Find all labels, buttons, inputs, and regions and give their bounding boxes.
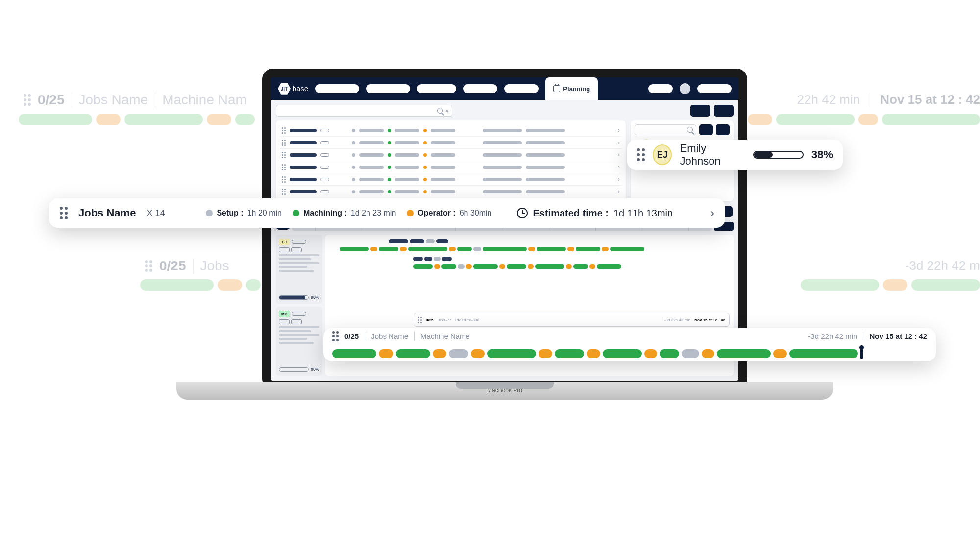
nav-item[interactable] [648, 84, 673, 93]
status-dot-icon [293, 210, 299, 216]
nav-item[interactable] [504, 84, 539, 93]
time-remaining: -3d 22h 42 min [808, 332, 857, 340]
drag-handle-icon[interactable] [637, 148, 645, 161]
drag-handle-icon[interactable] [332, 331, 339, 341]
separator [72, 92, 72, 108]
logo[interactable]: JIT base [278, 82, 308, 95]
tab-planning[interactable]: Planning [545, 77, 598, 100]
operator-card[interactable]: EJ 90% [276, 235, 322, 304]
job-row[interactable]: › [280, 149, 622, 161]
search-icon [687, 127, 693, 133]
chevron-right-icon[interactable]: › [618, 139, 620, 146]
separator [414, 332, 415, 340]
time-remaining: 22h 42 min [797, 92, 860, 107]
calendar-icon [553, 85, 560, 92]
laptop-mockup: JIT base Planning ✕ [245, 69, 764, 421]
drag-handle-icon [145, 260, 152, 272]
job-row[interactable]: › [280, 137, 622, 149]
job-id: BioX-77 [438, 318, 451, 322]
date-label: Nov 15 at 12 : 42 [880, 92, 980, 107]
macbook-label: MacBook Pro [487, 387, 522, 394]
drag-handle-icon[interactable] [282, 127, 286, 134]
jobs-list: › › [276, 120, 626, 201]
job-row[interactable]: › [280, 161, 622, 173]
chevron-right-icon[interactable]: › [710, 206, 714, 220]
action-button[interactable] [714, 105, 734, 117]
job-row[interactable]: › [280, 186, 622, 197]
nav-item[interactable] [463, 84, 497, 93]
drag-handle-icon[interactable] [282, 140, 286, 146]
nav-item[interactable] [315, 84, 359, 93]
drag-handle-icon[interactable] [282, 189, 286, 195]
count: 0/25 [426, 318, 434, 322]
machine-label: Machine Nam [162, 92, 247, 108]
bg-row-1-right: 22h 42 min Nov 15 at 12 : 42 [797, 92, 980, 107]
playhead-icon[interactable] [860, 348, 863, 359]
clear-icon[interactable]: ✕ [445, 108, 449, 114]
job-row[interactable]: › [280, 173, 622, 186]
logo-icon: JIT [278, 82, 291, 95]
app-header: JIT base Planning [271, 77, 738, 100]
operator-avatar: EJ [653, 144, 672, 165]
separator [863, 332, 863, 340]
time-remaining: -3d 22h 42 m [905, 258, 980, 273]
separator [193, 258, 194, 274]
jobs-label: Jobs [200, 258, 229, 274]
laptop-base: MacBook Pro [176, 382, 833, 400]
chevron-right-icon[interactable]: › [618, 164, 620, 170]
separator [365, 332, 365, 340]
clock-icon [517, 208, 528, 218]
drag-handle-icon[interactable] [282, 164, 286, 170]
chevron-right-icon[interactable]: › [618, 188, 620, 195]
date-label: Nov 15 at 12 : 42 [869, 332, 927, 340]
drag-handle-icon[interactable] [60, 207, 68, 219]
operator-name: Emily Johnson [680, 142, 745, 168]
separator [870, 94, 870, 106]
nav-item[interactable] [366, 84, 410, 93]
operator-search[interactable] [635, 124, 696, 135]
date-label: Nov 15 at 12 : 42 [694, 318, 725, 322]
nav-item[interactable] [697, 84, 732, 93]
drag-handle-icon[interactable] [418, 317, 422, 323]
job-count: 0/25 [38, 92, 65, 108]
job-detail-callout: Jobs Name X 14 Setup : 1h 20 min Machini… [49, 198, 725, 228]
job-name: Jobs Name [78, 207, 136, 219]
bg-row-1-pills [19, 114, 255, 125]
job-row[interactable]: › [280, 124, 622, 137]
jobs-label: Jobs Name [79, 92, 148, 108]
status-dot-icon [407, 210, 414, 216]
filter-button[interactable] [699, 124, 713, 135]
drag-handle-icon[interactable] [282, 152, 286, 158]
bg-row-2-right: -3d 22h 42 m [905, 258, 980, 273]
operator-metric: Operator : 6h 30min [407, 209, 491, 217]
job-count: 0/25 [344, 332, 359, 340]
machine-label: Machine Name [420, 332, 470, 340]
user-avatar[interactable] [680, 83, 690, 94]
time-remaining: -3d 22h 42 min [664, 318, 690, 322]
operator-callout: EJ Emily Johnson 38% [627, 140, 843, 170]
bg-row-1-header: 0/25 Jobs Name Machine Nam [24, 92, 247, 108]
operator-card[interactable]: MP 00% [276, 307, 322, 376]
nav-item[interactable] [417, 84, 456, 93]
jobs-label: Jobs Name [371, 332, 408, 340]
timeline-row-callout: 0/25 Jobs Name Machine Name -3d 22h 42 m… [323, 328, 936, 361]
chevron-right-icon[interactable]: › [618, 127, 620, 134]
job-quantity: X 14 [147, 208, 165, 218]
sort-button[interactable] [716, 124, 730, 135]
bg-row-2-header: 0/25 Jobs [145, 258, 229, 274]
top-search-row: ✕ [276, 105, 734, 117]
search-input[interactable]: ✕ [276, 105, 452, 117]
machining-metric: Machining : 1d 2h 23 min [293, 209, 396, 217]
chevron-right-icon[interactable]: › [618, 151, 620, 158]
progress-percent: 38% [811, 148, 833, 161]
job-count: 0/25 [159, 258, 186, 274]
mini-timeline-row[interactable]: 0/25 BioX-77 PressPro-800 -3d 22h 42 min… [414, 313, 730, 327]
gantt-operator-cards: EJ 90% MP 00% [276, 235, 322, 376]
search-icon [437, 108, 443, 114]
tab-label: Planning [563, 85, 590, 93]
bg-row-2-pills-right [801, 279, 980, 291]
drag-handle-icon[interactable] [282, 176, 286, 183]
chevron-right-icon[interactable]: › [618, 176, 620, 183]
action-button[interactable] [690, 105, 710, 117]
machine-name: PressPro-800 [455, 318, 479, 322]
